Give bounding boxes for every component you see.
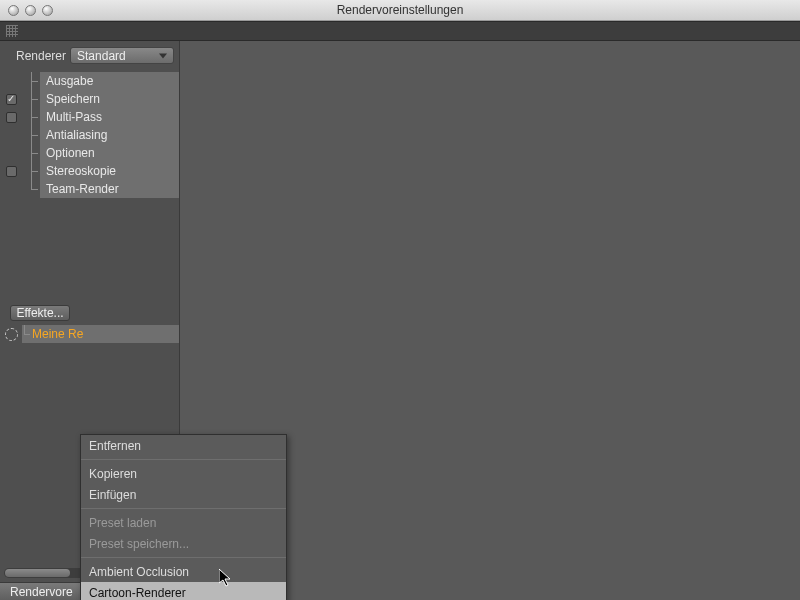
tree-item-label: Antialiasing xyxy=(40,126,179,144)
tree-item-label: Multi-Pass xyxy=(40,108,179,126)
tree-branch-icon xyxy=(22,144,40,162)
tree-branch-icon xyxy=(22,162,40,180)
renderer-dropdown[interactable]: Standard xyxy=(70,47,174,64)
tree-item-label: Speichern xyxy=(40,90,179,108)
menu-item[interactable]: Einfügen xyxy=(81,484,286,505)
menu-separator xyxy=(81,508,286,509)
menu-item[interactable]: Kopieren xyxy=(81,463,286,484)
tree-row[interactable]: Ausgabe xyxy=(0,72,179,90)
window-titlebar: Rendervoreinstellungen xyxy=(0,0,800,21)
renderer-label: Renderer xyxy=(16,49,66,63)
checkbox[interactable]: ✓ xyxy=(6,94,17,105)
tree-row[interactable]: Team-Render xyxy=(0,180,179,198)
tree-row[interactable]: Antialiasing xyxy=(0,126,179,144)
menu-item[interactable]: Cartoon-Renderer xyxy=(81,582,286,600)
tree-branch-icon xyxy=(22,108,40,126)
tree-branch-icon xyxy=(22,126,40,144)
effects-button-label: Effekte... xyxy=(16,306,63,320)
toolbar-strip xyxy=(0,21,800,41)
renderer-selected: Standard xyxy=(77,49,126,63)
tree-item-label: Ausgabe xyxy=(40,72,179,90)
menu-item: Preset laden xyxy=(81,512,286,533)
tree-branch-icon xyxy=(22,180,40,198)
tree-item-label: Team-Render xyxy=(40,180,179,198)
effects-button[interactable]: Effekte... xyxy=(10,305,70,321)
tree-row[interactable]: Stereoskopie xyxy=(0,162,179,180)
checkbox[interactable] xyxy=(6,112,17,123)
menu-item: Preset speichern... xyxy=(81,533,286,554)
effects-context-menu[interactable]: EntfernenKopierenEinfügenPreset ladenPre… xyxy=(80,434,287,600)
settings-tree: Ausgabe✓SpeichernMulti-PassAntialiasingO… xyxy=(0,70,179,200)
preset-item[interactable]: Meine Re xyxy=(22,325,179,343)
tree-row[interactable]: Multi-Pass xyxy=(0,108,179,126)
preset-row: Meine Re xyxy=(0,325,179,343)
tree-branch-icon xyxy=(22,72,40,90)
tree-branch-icon xyxy=(22,90,40,108)
scroll-thumb[interactable] xyxy=(5,569,70,577)
window-title: Rendervoreinstellungen xyxy=(0,3,800,17)
menu-item[interactable]: Ambient Occlusion xyxy=(81,561,286,582)
target-icon xyxy=(5,328,18,341)
footer-label: Rendervore xyxy=(10,585,73,599)
checkbox[interactable] xyxy=(6,166,17,177)
tree-item-label: Optionen xyxy=(40,144,179,162)
tree-item-label: Stereoskopie xyxy=(40,162,179,180)
preset-item-label: Meine Re xyxy=(32,327,83,341)
menu-item[interactable]: Entfernen xyxy=(81,435,286,456)
grid-icon[interactable] xyxy=(6,25,18,37)
tree-row[interactable]: ✓Speichern xyxy=(0,90,179,108)
menu-separator xyxy=(81,557,286,558)
tree-row[interactable]: Optionen xyxy=(0,144,179,162)
renderer-row: Renderer Standard xyxy=(0,41,179,70)
menu-separator xyxy=(81,459,286,460)
